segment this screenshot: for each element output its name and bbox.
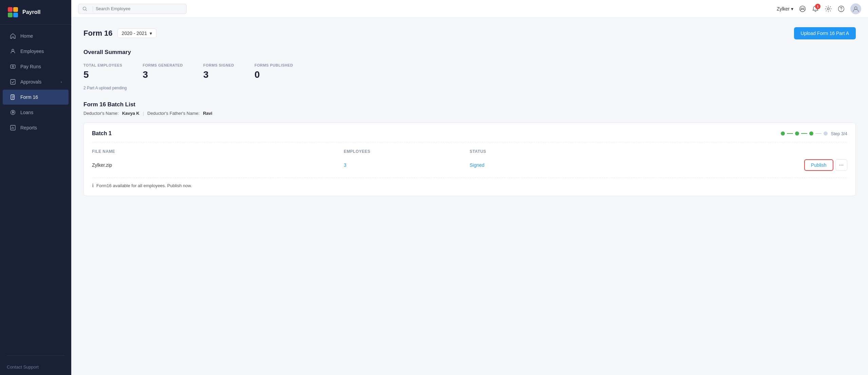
person-icon [10,48,16,55]
notification-count: 1 [815,4,820,9]
svg-point-0 [12,49,14,51]
summary-forms-published: FORMS PUBLISHED 0 [254,63,293,80]
sidebar-item-approvals[interactable]: Approvals › [3,74,69,89]
row-filename: Zylker.zip [92,162,344,168]
progress-dot-2 [795,131,799,136]
batch-card-header: Batch 1 Step 3/4 [92,130,847,142]
summary-forms-signed-label: FORMS SIGNED [203,63,234,67]
svg-point-9 [801,8,802,9]
summary-total-employees: TOTAL EMPLOYEES 5 [83,63,122,80]
batch-info-row: ℹ Form16 available for all employees. Pu… [92,178,847,188]
topbar: Zylker ▾ 1 [71,0,868,18]
logo-icon [7,6,19,18]
logo-sq-blue [13,13,18,17]
home-icon [10,33,16,39]
svg-point-12 [838,6,844,12]
summary-forms-signed-value: 3 [203,69,234,80]
deductor-name-label: Deductor's Name: [83,111,119,116]
batch-list-title: Form 16 Batch List [83,101,856,108]
progress-dots [781,131,828,136]
svg-point-2 [12,66,14,67]
publish-button[interactable]: Publish [804,159,833,171]
row-employees[interactable]: 3 [344,162,470,168]
sidebar-item-employees[interactable]: Employees [3,44,69,59]
svg-point-11 [827,8,829,10]
sidebar-item-reports[interactable]: Reports [3,120,69,135]
org-name-text: Zylker [777,6,790,12]
loans-icon [10,109,16,116]
logo-sq-green [8,13,13,17]
svg-point-13 [841,10,842,11]
summary-forms-generated-value: 3 [143,69,183,80]
year-selector[interactable]: 2020 - 2021 ▾ [117,29,157,38]
summary-grid: TOTAL EMPLOYEES 5 FORMS GENERATED 3 FORM… [83,63,856,80]
search-input[interactable] [96,6,182,11]
topbar-right: Zylker ▾ 1 [777,3,861,14]
sidebar-item-form16[interactable]: Form 16 [3,90,69,105]
app-name: Payroll [22,9,40,15]
progress-line-3 [815,133,822,134]
summary-total-employees-value: 5 [83,69,122,80]
chevron-down-icon: ▾ [791,6,793,12]
svg-rect-1 [11,65,15,68]
settings-icon[interactable] [825,5,832,13]
avatar[interactable] [850,3,861,14]
notifications-icon[interactable]: 1 [812,5,819,13]
progress-dot-3 [809,131,813,136]
info-icon: ℹ [92,183,94,188]
reports-icon [10,124,16,131]
contact-support[interactable]: Contact Support [0,359,71,375]
batch-name: Batch 1 [92,130,112,137]
svg-rect-6 [11,125,15,130]
summary-forms-generated-label: FORMS GENERATED [143,63,183,67]
col-header-employees: Employees [344,149,470,154]
deductor-separator: | [143,111,144,116]
ellipsis-icon: ··· [839,162,844,168]
search-divider [93,6,93,12]
sidebar-item-home[interactable]: Home [3,29,69,43]
batch-progress: Step 3/4 [781,131,847,136]
sidebar-item-pay-runs-label: Pay Runs [20,64,41,69]
batch-card-1: Batch 1 Step 3/4 File Name [83,123,856,196]
sidebar-item-employees-label: Employees [20,49,44,54]
progress-dot-4 [824,131,828,136]
progress-line-2 [801,133,807,134]
chevron-down-icon: ▾ [150,31,152,36]
summary-forms-generated: FORMS GENERATED 3 [143,63,183,80]
form16-icon [10,94,16,101]
table-row: Zylker.zip 3 Signed Publish ··· [92,157,847,173]
progress-line-1 [787,133,793,134]
sidebar-item-loans[interactable]: Loans [3,105,69,120]
col-header-filename: File Name [92,149,344,154]
svg-rect-3 [11,79,15,84]
page-title: Form 16 [83,29,113,38]
main-content: Zylker ▾ 1 [71,0,868,375]
sidebar-item-pay-runs[interactable]: Pay Runs [3,59,69,74]
help-icon[interactable] [837,5,845,13]
summary-note: 2 Part A upload pending [83,86,856,90]
logo-sq-yellow [13,7,18,12]
search-icon [82,6,87,11]
upload-form16-button[interactable]: Upload Form 16 Part A [794,27,856,39]
sidebar-item-loans-label: Loans [20,110,33,115]
summary-forms-published-value: 0 [254,69,293,80]
search-box[interactable] [78,4,187,14]
row-status: Signed [470,162,596,168]
deductor-name-value: Kavya K [122,111,139,116]
col-header-status: Status [470,149,596,154]
org-name[interactable]: Zylker ▾ [777,6,793,12]
contacts-icon[interactable] [799,5,806,13]
more-options-button[interactable]: ··· [835,159,847,171]
app-logo: Payroll [0,0,71,25]
year-selector-value: 2020 - 2021 [122,31,147,36]
deductor-father-label: Deductor's Father's Name: [147,111,200,116]
summary-forms-signed: FORMS SIGNED 3 [203,63,234,80]
sidebar-item-home-label: Home [20,33,33,39]
sidebar-divider [7,355,64,356]
batch-table-header: File Name Employees Status [92,148,847,157]
page-title-wrap: Form 16 2020 - 2021 ▾ [83,29,156,38]
summary-total-employees-label: TOTAL EMPLOYEES [83,63,122,67]
sidebar-item-approvals-label: Approvals [20,79,41,85]
summary-forms-published-label: FORMS PUBLISHED [254,63,293,67]
svg-point-10 [803,8,804,9]
